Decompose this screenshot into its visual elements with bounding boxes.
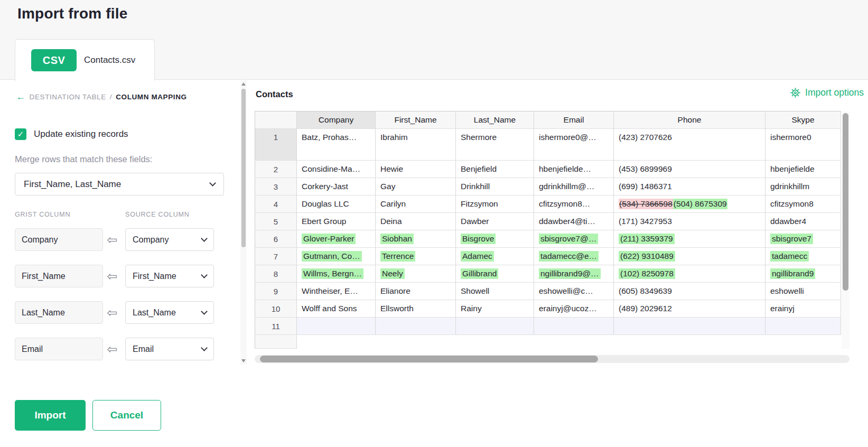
cell-skype[interactable]: eshowelli xyxy=(766,283,841,300)
row-number[interactable]: 3 xyxy=(255,178,297,195)
cell-company[interactable]: Corkery-Jast xyxy=(297,178,376,195)
cell-email[interactable]: cfitzsymon8… xyxy=(534,195,614,213)
cell-phone[interactable] xyxy=(614,318,766,335)
row-number[interactable]: 10 xyxy=(255,300,297,318)
cell-first_name[interactable] xyxy=(376,318,456,335)
cell-skype[interactable]: gdrinkhillm xyxy=(766,178,841,195)
cell-first_name[interactable]: Elianore xyxy=(376,283,456,300)
cell-company[interactable]: Considine-Ma… xyxy=(297,161,376,178)
cell-phone[interactable]: (699) 1486371 xyxy=(614,178,766,195)
cell-skype[interactable]: cfitzsymon8 xyxy=(766,195,841,213)
row-number[interactable]: 11 xyxy=(255,318,297,335)
cell-phone[interactable]: (453) 6899969 xyxy=(614,161,766,178)
column-header-company[interactable]: Company xyxy=(297,111,376,129)
left-panel-scrollbar-thumb[interactable] xyxy=(241,89,246,247)
cell-skype[interactable]: hbenjefielde xyxy=(766,161,841,178)
cell-first_name[interactable]: Neely xyxy=(376,265,456,283)
cell-phone[interactable]: (102) 8250978 xyxy=(614,265,766,283)
cell-email[interactable]: ddawber4@ti… xyxy=(534,213,614,230)
update-existing-records-checkbox[interactable]: ✓ xyxy=(15,128,26,140)
cell-last_name[interactable]: Shermore xyxy=(456,129,534,161)
row-number[interactable]: 8 xyxy=(255,265,297,283)
cell-first_name[interactable]: Ibrahim xyxy=(376,129,456,161)
preview-horizontal-scrollbar-thumb[interactable] xyxy=(260,356,598,362)
row-number[interactable]: 1 xyxy=(255,129,297,161)
cell-email[interactable] xyxy=(534,318,614,335)
cell-phone[interactable]: (605) 8349639 xyxy=(614,283,766,300)
cell-email[interactable]: gdrinkhillm@… xyxy=(534,178,614,195)
cell-email[interactable]: ngillibrand9@… xyxy=(534,265,614,283)
row-number[interactable]: 2 xyxy=(255,161,297,178)
cell-last_name[interactable]: Drinkhill xyxy=(456,178,534,195)
cell-last_name[interactable]: Fitzsymon xyxy=(456,195,534,213)
cell-skype[interactable] xyxy=(766,318,841,335)
cancel-button[interactable]: Cancel xyxy=(92,400,161,431)
scroll-down-arrow-icon[interactable] xyxy=(241,359,246,362)
preview-vertical-scrollbar-thumb[interactable] xyxy=(843,113,848,291)
column-header-email[interactable]: Email xyxy=(534,111,614,129)
cell-company[interactable] xyxy=(297,318,376,335)
cell-phone[interactable]: (534) 7366598(504) 8675309 xyxy=(614,195,766,213)
cell-company[interactable]: Wintheiser, E… xyxy=(297,283,376,300)
cell-email[interactable]: tadamecc@e… xyxy=(534,248,614,265)
breadcrumb-destination-table[interactable]: DESTINATION TABLE xyxy=(30,93,106,101)
tab-contacts-csv[interactable]: CSV Contacts.csv xyxy=(15,39,155,81)
cell-company[interactable]: Gutmann, Co… xyxy=(297,248,376,265)
row-number[interactable]: 7 xyxy=(255,248,297,265)
cell-company[interactable]: Willms, Bergn… xyxy=(297,265,376,283)
cell-company[interactable]: Douglas LLC xyxy=(297,195,376,213)
cell-last_name[interactable]: Showell xyxy=(456,283,534,300)
row-number[interactable]: 5 xyxy=(255,213,297,230)
cell-company[interactable]: Ebert Group xyxy=(297,213,376,230)
source-column-select[interactable]: Email xyxy=(125,338,214,360)
cell-company[interactable]: Wolff and Sons xyxy=(297,300,376,318)
cell-last_name[interactable] xyxy=(456,318,534,335)
cell-company[interactable]: Batz, Prohas… xyxy=(297,129,376,161)
cell-first_name[interactable]: Siobhan xyxy=(376,230,456,248)
source-column-select[interactable]: Last_Name xyxy=(125,301,214,324)
cell-company[interactable]: Glover-Parker xyxy=(297,230,376,248)
row-number[interactable]: 9 xyxy=(255,283,297,300)
cell-email[interactable]: hbenjefielde… xyxy=(534,161,614,178)
cell-last_name[interactable]: Bisgrove xyxy=(456,230,534,248)
cell-email[interactable]: sbisgrove7@… xyxy=(534,230,614,248)
column-header-skype[interactable]: Skype xyxy=(766,111,841,129)
cell-skype[interactable]: ishermore0 xyxy=(766,129,841,161)
column-header-first_name[interactable]: First_Name xyxy=(376,111,456,129)
cell-first_name[interactable]: Terrence xyxy=(376,248,456,265)
back-arrow-icon[interactable]: ← xyxy=(16,94,26,100)
cell-phone[interactable]: (423) 2707626 xyxy=(614,129,766,161)
cell-last_name[interactable]: Benjefield xyxy=(456,161,534,178)
cell-skype[interactable]: sbisgrove7 xyxy=(766,230,841,248)
source-column-select[interactable]: Company xyxy=(125,228,214,251)
merge-fields-select[interactable]: First_Name, Last_Name xyxy=(15,173,224,195)
left-panel-scrollbar[interactable] xyxy=(240,80,247,365)
cell-first_name[interactable]: Hewie xyxy=(376,161,456,178)
cell-first_name[interactable]: Ellsworth xyxy=(376,300,456,318)
column-header-last_name[interactable]: Last_Name xyxy=(456,111,534,129)
cell-skype[interactable]: ngillibrand9 xyxy=(766,265,841,283)
cell-last_name[interactable]: Gillibrand xyxy=(456,265,534,283)
cell-first_name[interactable]: Carilyn xyxy=(376,195,456,213)
import-button[interactable]: Import xyxy=(15,400,86,431)
cell-skype[interactable]: ddawber4 xyxy=(766,213,841,230)
cell-skype[interactable]: erainyj xyxy=(766,300,841,318)
cell-last_name[interactable]: Rainy xyxy=(456,300,534,318)
cell-email[interactable]: eshowelli@c… xyxy=(534,283,614,300)
source-column-select[interactable]: First_Name xyxy=(125,265,214,287)
preview-vertical-scrollbar[interactable] xyxy=(842,111,850,349)
cell-phone[interactable]: (171) 3427953 xyxy=(614,213,766,230)
cell-phone[interactable]: (489) 2029612 xyxy=(614,300,766,318)
cell-last_name[interactable]: Adamec xyxy=(456,248,534,265)
row-number[interactable]: 4 xyxy=(255,195,297,213)
cell-last_name[interactable]: Dawber xyxy=(456,213,534,230)
column-header-phone[interactable]: Phone xyxy=(614,111,766,129)
import-options-link[interactable]: Import options xyxy=(790,87,864,98)
cell-email[interactable]: erainyj@ucoz… xyxy=(534,300,614,318)
cell-phone[interactable]: (211) 3359379 xyxy=(614,230,766,248)
scroll-up-arrow-icon[interactable] xyxy=(241,82,246,86)
cell-first_name[interactable]: Gay xyxy=(376,178,456,195)
row-number[interactable]: 6 xyxy=(255,230,297,248)
cell-phone[interactable]: (622) 9310489 xyxy=(614,248,766,265)
cell-first_name[interactable]: Deina xyxy=(376,213,456,230)
